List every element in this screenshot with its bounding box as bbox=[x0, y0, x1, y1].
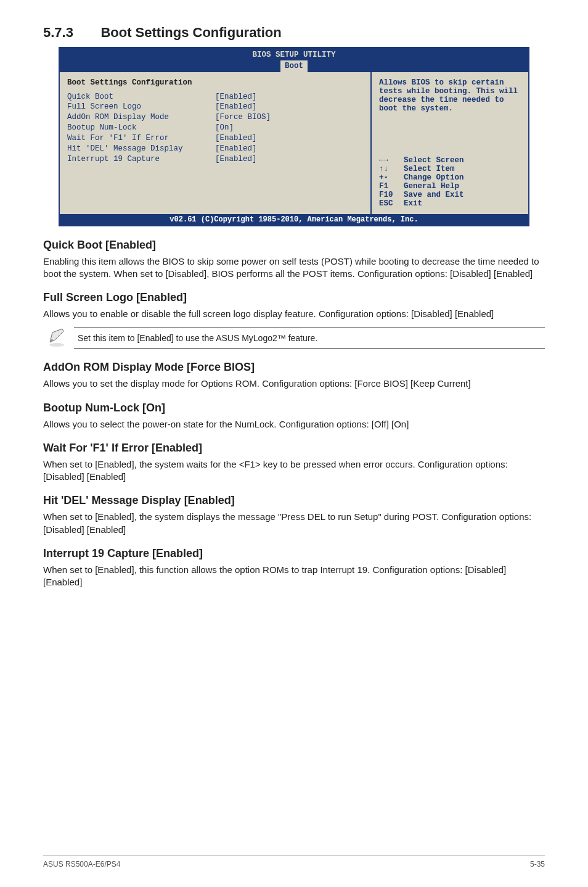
body-quick-boot: Enabling this item allows the BIOS to sk… bbox=[43, 255, 545, 281]
heading-addon-rom: AddOn ROM Display Mode [Force BIOS] bbox=[43, 361, 545, 374]
bios-row: Hit 'DEL' Message Display[Enabled] bbox=[67, 144, 363, 154]
bios-help-text: Allows BIOS to skip certain tests while … bbox=[379, 78, 521, 113]
footer-left: ASUS RS500A-E6/PS4 bbox=[43, 860, 120, 868]
bios-footer: v02.61 (C)Copyright 1985-2010, American … bbox=[60, 214, 528, 225]
bios-panel-title: Boot Settings Configuration bbox=[67, 78, 363, 87]
heading-wait-f1: Wait For 'F1' If Error [Enabled] bbox=[43, 442, 545, 455]
pencil-icon bbox=[43, 326, 74, 350]
bios-tab-boot: Boot bbox=[280, 60, 308, 72]
bios-row: Bootup Num-Lock[On] bbox=[67, 123, 363, 133]
footer-right: 5-35 bbox=[530, 860, 545, 868]
body-hit-del: When set to [Enabled], the system displa… bbox=[43, 511, 545, 536]
body-addon-rom: Allows you to set the display mode for O… bbox=[43, 377, 545, 390]
section-heading: 5.7.3 Boot Settings Configuration bbox=[43, 25, 545, 41]
heading-quick-boot: Quick Boot [Enabled] bbox=[43, 239, 545, 252]
section-title: Boot Settings Configuration bbox=[100, 25, 281, 41]
body-numlock: Allows you to select the power-on state … bbox=[43, 418, 545, 431]
heading-numlock: Bootup Num-Lock [On] bbox=[43, 402, 545, 415]
bios-screenshot: BIOS SETUP UTILITY Boot Boot Settings Co… bbox=[59, 47, 529, 226]
bios-row: Interrupt 19 Capture[Enabled] bbox=[67, 154, 363, 165]
bios-header-title: BIOS SETUP UTILITY bbox=[60, 50, 528, 60]
page-footer: ASUS RS500A-E6/PS4 5-35 bbox=[43, 856, 545, 868]
bios-side-panel: Allows BIOS to skip certain tests while … bbox=[372, 72, 528, 214]
body-int19: When set to [Enabled], this function all… bbox=[43, 564, 545, 589]
heading-int19: Interrupt 19 Capture [Enabled] bbox=[43, 547, 545, 560]
bios-row: Quick Boot[Enabled] bbox=[67, 92, 363, 102]
body-full-screen-logo: Allows you to enable or disable the full… bbox=[43, 308, 545, 320]
bios-main-panel: Boot Settings Configuration Quick Boot[E… bbox=[60, 72, 372, 214]
svg-point-0 bbox=[49, 343, 64, 347]
bios-row: AddOn ROM Display Mode[Force BIOS] bbox=[67, 112, 363, 123]
note-text: Set this item to [Enabled] to use the AS… bbox=[74, 328, 545, 349]
heading-full-screen-logo: Full Screen Logo [Enabled] bbox=[43, 291, 545, 304]
heading-hit-del: Hit 'DEL' Message Display [Enabled] bbox=[43, 494, 545, 507]
section-number: 5.7.3 bbox=[43, 25, 73, 41]
bios-row: Wait For 'F1' If Error[Enabled] bbox=[67, 133, 363, 144]
bios-row: Full Screen Logo[Enabled] bbox=[67, 102, 363, 112]
note-box: Set this item to [Enabled] to use the AS… bbox=[43, 326, 545, 350]
body-wait-f1: When set to [Enabled], the system waits … bbox=[43, 458, 545, 484]
bios-header: BIOS SETUP UTILITY Boot bbox=[60, 48, 528, 72]
bios-key-legend: ←→Select Screen ↑↓Select Item +-Change O… bbox=[379, 156, 521, 208]
